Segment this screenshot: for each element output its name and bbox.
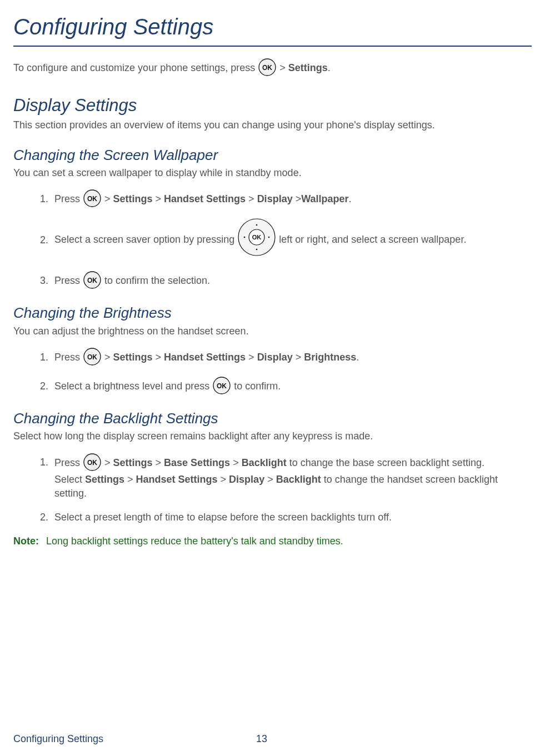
ok-icon (212, 376, 231, 395)
path-s1: Settings (113, 193, 153, 204)
step-text-before: Select a brightness level and press (54, 380, 212, 392)
period: . (356, 352, 359, 363)
gt: > (104, 193, 113, 204)
path-a-s3: Backlight (242, 457, 287, 468)
gt: > (153, 352, 164, 363)
step-text: Press (54, 457, 83, 468)
intro-period: . (328, 62, 331, 73)
backlight-step-2: Select a preset length of time to elapse… (51, 510, 532, 524)
gt: > (124, 474, 136, 485)
display-settings-heading: Display Settings (13, 93, 532, 117)
path-s3: Display (257, 352, 293, 363)
brightness-heading: Changing the Brightness (13, 303, 532, 323)
gt: > (293, 193, 302, 204)
intro-text-before: To configure and customize your phone se… (13, 62, 258, 73)
brightness-step-2: Select a brightness level and press to c… (51, 377, 532, 396)
path-s1: Settings (113, 352, 153, 363)
step1-select: Select (54, 474, 85, 485)
note: Note: Long backlight settings reduce the… (13, 534, 532, 548)
step-text-before: Select a screen saver option by pressing (54, 234, 237, 246)
brightness-blurb: You can adjust the brightness on the han… (13, 324, 532, 338)
path-s4: Brightness (304, 352, 356, 363)
path-a-s1: Settings (113, 457, 153, 468)
backlight-steps: Press > Settings > Base Settings > Backl… (13, 454, 532, 525)
wallpaper-steps: Press > Settings > Handset Settings > Di… (13, 190, 532, 291)
step-text-before: Press (54, 275, 83, 286)
path-a-s2: Base Settings (164, 457, 230, 468)
gt: > (218, 474, 229, 485)
wallpaper-blurb: You can set a screen wallpaper to displa… (13, 166, 532, 180)
brightness-step-1: Press > Settings > Handset Settings > Di… (51, 348, 532, 367)
gt: > (246, 352, 257, 363)
step-text: Press (54, 193, 83, 204)
wallpaper-heading: Changing the Screen Wallpaper (13, 145, 532, 165)
step-text: Select a preset length of time to elapse… (54, 512, 392, 523)
gt: > (104, 457, 113, 468)
gt: > (230, 457, 242, 468)
path-b-s1: Settings (85, 474, 124, 485)
ok-icon (83, 189, 102, 208)
path-b-s4: Backlight (276, 474, 321, 485)
backlight-step-1: Press > Settings > Base Settings > Backl… (51, 454, 532, 500)
step-text-after: to confirm the selection. (104, 275, 210, 286)
brightness-steps: Press > Settings > Handset Settings > Di… (13, 348, 532, 396)
path-s3: Display (257, 193, 293, 204)
intro-settings-bold: Settings (288, 62, 328, 73)
gt: > (153, 193, 164, 204)
note-label: Note: (13, 535, 39, 547)
backlight-heading: Changing the Backlight Settings (13, 408, 532, 428)
period: . (349, 193, 352, 204)
gt: > (293, 352, 304, 363)
step-text: Press (54, 352, 83, 363)
display-settings-blurb: This section provides an overview of ite… (13, 118, 532, 132)
gt: > (264, 474, 276, 485)
wallpaper-step-3: Press to confirm the selection. (51, 272, 532, 291)
ok-icon (83, 453, 102, 472)
ok-icon (83, 347, 102, 366)
gt: > (279, 62, 288, 73)
path-b-s2: Handset Settings (136, 474, 218, 485)
gt: > (246, 193, 257, 204)
ok-icon (258, 58, 277, 77)
path-b-s3: Display (229, 474, 264, 485)
path-s2: Handset Settings (164, 352, 246, 363)
ok-icon (83, 271, 102, 289)
path-s4: Wallpaper (301, 193, 348, 204)
backlight-blurb: Select how long the display screen remai… (13, 429, 532, 443)
step-text-after: left or right, and select a screen wallp… (279, 234, 466, 246)
step-text-after: to confirm. (234, 380, 281, 392)
note-text: Long backlight settings reduce the batte… (46, 535, 343, 547)
gt: > (153, 457, 164, 468)
gt: > (104, 352, 113, 363)
page-title: Configuring Settings (13, 11, 532, 47)
wallpaper-step-1: Press > Settings > Handset Settings > Di… (51, 190, 532, 209)
tail-a: to change the base screen backlight sett… (287, 457, 484, 468)
wallpaper-step-2: Select a screen saver option by pressing… (51, 219, 532, 262)
path-s2: Handset Settings (164, 193, 246, 204)
dpad-icon (237, 218, 276, 261)
intro-paragraph: To configure and customize your phone se… (13, 59, 532, 78)
